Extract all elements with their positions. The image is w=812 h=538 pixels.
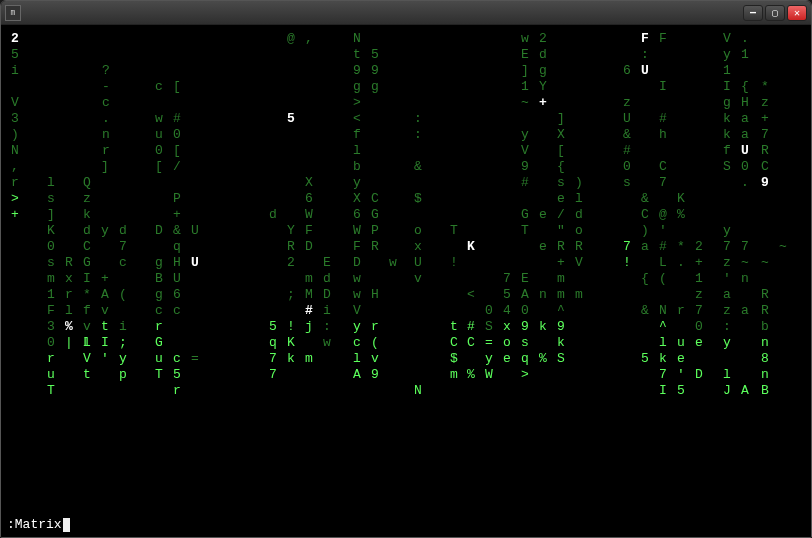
matrix-char: l (47, 175, 56, 191)
matrix-char: 6 (353, 207, 362, 223)
matrix-char: 6 (173, 287, 182, 303)
matrix-char: r (65, 287, 74, 303)
matrix-char: 6 (623, 63, 632, 79)
matrix-char (287, 191, 296, 207)
matrix-char (287, 303, 296, 319)
matrix-char (269, 271, 278, 287)
matrix-char: e (695, 335, 704, 351)
matrix-column: 2dgY+ e e n k % (539, 31, 548, 367)
matrix-char (521, 255, 530, 271)
matrix-char: u (677, 335, 686, 351)
matrix-char: 9 (521, 159, 530, 175)
matrix-char: H (371, 287, 380, 303)
matrix-char: F (47, 303, 56, 319)
matrix-char (371, 159, 380, 175)
matrix-char: . (741, 31, 750, 47)
matrix-char: V (521, 143, 530, 159)
matrix-char: r (102, 143, 111, 159)
matrix-char: 5 (371, 47, 380, 63)
matrix-char (191, 271, 200, 287)
matrix-char (414, 207, 423, 223)
matrix-char: e (539, 239, 548, 255)
matrix-char (723, 175, 732, 191)
matrix-char (623, 31, 632, 47)
matrix-column: , X6WFD mM#j m (305, 31, 314, 367)
matrix-char: 7 (695, 303, 704, 319)
matrix-column: ?-c.nr (102, 31, 111, 159)
matrix-char: k (723, 111, 732, 127)
matrix-char (305, 63, 314, 79)
matrix-column: 59g CGPR H r(v9 (371, 31, 380, 383)
matrix-char: S (723, 159, 732, 175)
matrix-char: 0 (155, 143, 164, 159)
matrix-column: K% *. r ue'5 (677, 31, 686, 399)
matrix-char (761, 207, 770, 223)
matrix-column: @ 5 YR2 ; !Kk (287, 31, 296, 367)
vim-command-line[interactable]: :Matrix (7, 517, 70, 533)
matrix-char (659, 47, 668, 63)
matrix-char: U (173, 271, 182, 287)
minimize-button[interactable]: — (743, 5, 763, 21)
matrix-char (761, 223, 770, 239)
matrix-char (761, 239, 770, 255)
matrix-char: 9 (521, 319, 530, 335)
matrix-char (269, 223, 278, 239)
matrix-char (539, 175, 548, 191)
matrix-char: . (741, 175, 750, 191)
matrix-char: ? (102, 63, 111, 79)
matrix-char: ^ (557, 303, 566, 319)
matrix-char: 1 (741, 47, 750, 63)
matrix-char: c (353, 335, 362, 351)
matrix-char (539, 159, 548, 175)
matrix-char: k (539, 319, 548, 335)
matrix-char (741, 319, 750, 335)
matrix-char (119, 271, 128, 287)
matrix-char: X (305, 175, 314, 191)
matrix-char: + (761, 111, 770, 127)
matrix-char (641, 367, 650, 383)
matrix-char (173, 175, 182, 191)
maximize-button[interactable]: ▢ (765, 5, 785, 21)
matrix-char: [ (155, 159, 164, 175)
titlebar[interactable]: m — ▢ ✕ (1, 1, 811, 25)
matrix-char: B (155, 271, 164, 287)
matrix-char: c (102, 95, 111, 111)
matrix-char (467, 351, 476, 367)
matrix-char: ] (521, 63, 530, 79)
matrix-char: l (723, 367, 732, 383)
matrix-char (371, 303, 380, 319)
matrix-char (305, 111, 314, 127)
matrix-char: < (467, 287, 476, 303)
close-button[interactable]: ✕ (787, 5, 807, 21)
matrix-char (741, 351, 750, 367)
matrix-char: 5 (503, 287, 512, 303)
matrix-char: R (761, 143, 770, 159)
matrix-char (761, 47, 770, 63)
matrix-char: n (102, 127, 111, 143)
terminal[interactable]: 25i V3)N,r>+ ls]K0sm1F30ruT Rxrl%| QzkdC… (1, 25, 811, 537)
matrix-char (659, 63, 668, 79)
matrix-char: 1 (521, 79, 530, 95)
matrix-char (11, 79, 20, 95)
matrix-char: J (723, 383, 732, 399)
matrix-char: % (539, 351, 548, 367)
matrix-char (695, 223, 704, 239)
matrix-char: 5 (269, 319, 278, 335)
matrix-char: 7 (503, 271, 512, 287)
matrix-char: M (305, 287, 314, 303)
matrix-char (575, 271, 584, 287)
matrix-char: r (371, 319, 380, 335)
matrix-char (269, 239, 278, 255)
matrix-char: * (761, 79, 770, 95)
matrix-char: B (761, 383, 770, 399)
matrix-char (741, 207, 750, 223)
matrix-char: N (659, 303, 668, 319)
matrix-char: : (641, 47, 650, 63)
matrix-char: l (353, 351, 362, 367)
matrix-char: c (173, 303, 182, 319)
matrix-char: 0 (741, 159, 750, 175)
app-icon: m (5, 5, 21, 21)
matrix-char: i (323, 303, 332, 319)
matrix-char: s (623, 175, 632, 191)
matrix-char (155, 207, 164, 223)
